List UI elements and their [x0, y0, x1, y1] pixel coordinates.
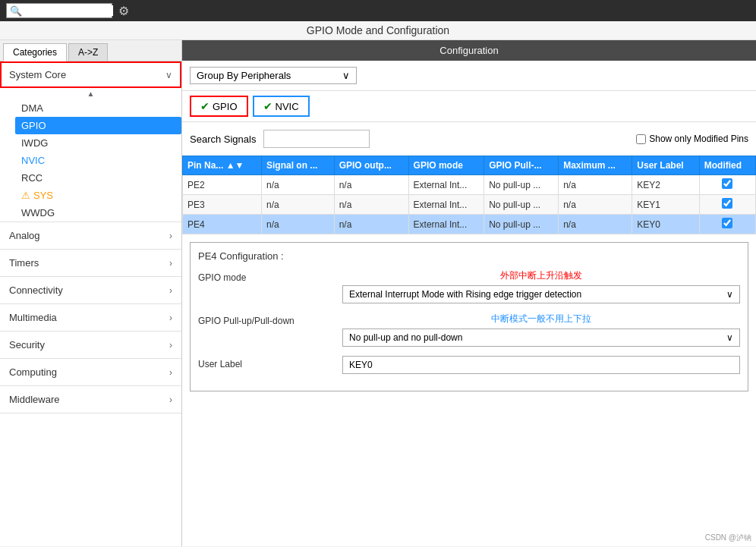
warning-icon: ⚠ — [21, 190, 30, 201]
sidebar-item-nvic[interactable]: NVIC — [15, 152, 181, 169]
modified-cell[interactable] — [699, 195, 755, 215]
modified-checkbox[interactable] — [722, 218, 732, 228]
top-bar: 🔍 ⚙ — [0, 0, 756, 21]
col-max[interactable]: Maximum ... — [559, 156, 632, 175]
dropdown-icon-mode: ∨ — [726, 289, 733, 300]
tab-nvic-label: NVIC — [276, 101, 299, 112]
search-signals-input[interactable] — [263, 130, 370, 148]
chevron-right-icon-connectivity: › — [169, 285, 172, 296]
group-label-multimedia: Multimedia — [9, 312, 57, 323]
sidebar-item-wwdg[interactable]: WWDG — [15, 204, 181, 222]
sidebar: Categories A->Z System Core ∨ ▲ DMA GPIO — [0, 40, 182, 546]
col-output[interactable]: GPIO outp... — [334, 156, 408, 175]
gpio-pull-row: GPIO Pull-up/Pull-down 中断模式一般不用上下拉 No pu… — [198, 313, 740, 347]
sidebar-item-sys[interactable]: ⚠ SYS — [15, 187, 181, 204]
search-signals-area: Search Signals Show only Modified Pins — [182, 122, 756, 156]
table-row[interactable]: PE3n/an/aExternal Int...No pull-up ...n/… — [183, 195, 756, 215]
group-computing: Computing › — [0, 359, 181, 386]
gpio-pull-value: No pull-up and no pull-down — [349, 332, 462, 343]
col-label[interactable]: User Label — [632, 156, 699, 175]
content-area: Configuration Group By Peripherals ∨ ✔ G… — [182, 40, 756, 546]
chevron-right-icon-timers: › — [169, 258, 172, 269]
page-title: GPIO Mode and Configuration — [0, 21, 756, 40]
gpio-mode-content: 外部中断上升沿触发 External Interrupt Mode with R… — [342, 269, 740, 303]
group-security: Security › — [0, 332, 181, 359]
sidebar-item-rcc[interactable]: RCC — [15, 169, 181, 187]
group-header-middleware[interactable]: Middleware › — [0, 386, 181, 413]
search-icon: 🔍 — [10, 5, 22, 17]
gpio-mode-select[interactable]: External Interrupt Mode with Rising edge… — [342, 285, 740, 303]
group-middleware: Middleware › — [0, 386, 181, 413]
group-header-multimedia[interactable]: Multimedia › — [0, 304, 181, 331]
tab-categories[interactable]: Categories — [3, 43, 67, 61]
search-input[interactable] — [22, 5, 113, 16]
content-header: Configuration — [182, 40, 756, 61]
modified-cell[interactable] — [699, 175, 755, 195]
col-modified[interactable]: Modified — [699, 156, 755, 175]
group-header-timers[interactable]: Timers › — [0, 250, 181, 276]
dropdown-icon: ∨ — [342, 70, 350, 81]
group-header-connectivity[interactable]: Connectivity › — [0, 277, 181, 303]
tab-atoz[interactable]: A->Z — [68, 43, 108, 61]
sidebar-item-dma[interactable]: DMA — [15, 99, 181, 117]
chevron-right-icon-security: › — [169, 340, 172, 351]
group-header-analog[interactable]: Analog › — [0, 222, 181, 249]
gear-button[interactable]: ⚙ — [118, 4, 129, 18]
gpio-label: GPIO — [21, 120, 46, 131]
config-toolbar: Group By Peripherals ∨ — [182, 61, 756, 91]
group-header-system-core[interactable]: System Core ∨ — [0, 61, 181, 88]
user-label-input[interactable] — [342, 356, 740, 374]
gpio-mode-value: External Interrupt Mode with Rising edge… — [349, 289, 581, 300]
modified-cell[interactable] — [699, 215, 755, 234]
group-by-select[interactable]: Group By Peripherals ∨ — [190, 67, 357, 84]
chevron-right-icon: › — [169, 231, 172, 241]
group-label-connectivity: Connectivity — [9, 285, 63, 296]
group-label-analog: Analog — [9, 230, 39, 241]
search-box[interactable]: 🔍 — [6, 3, 112, 18]
modified-checkbox[interactable] — [722, 198, 732, 209]
tab-nvic[interactable]: ✔ NVIC — [253, 96, 310, 117]
chevron-right-icon-middleware: › — [169, 395, 172, 405]
gpio-mode-label: GPIO mode — [198, 269, 335, 283]
group-label-timers: Timers — [9, 257, 39, 269]
wwdg-label: WWDG — [21, 207, 55, 218]
page-title-text: GPIO Mode and Configuration — [307, 24, 449, 36]
group-by-label: Group By Peripherals — [197, 70, 291, 81]
gpio-pull-select[interactable]: No pull-up and no pull-down ∨ — [342, 329, 740, 347]
sidebar-item-gpio[interactable]: GPIO — [15, 117, 181, 134]
show-modified-label: Show only Modified Pins — [649, 134, 748, 144]
group-multimedia: Multimedia › — [0, 304, 181, 332]
chevron-down-icon: ∨ — [165, 70, 172, 80]
sidebar-tabs: Categories A->Z — [0, 40, 181, 61]
group-label-computing: Computing — [9, 366, 57, 378]
search-signals-label: Search Signals — [190, 134, 256, 145]
col-pin-name[interactable]: Pin Na... ▲▼ — [183, 156, 262, 175]
tab-categories-label: Categories — [13, 47, 57, 58]
chevron-right-icon-computing: › — [169, 367, 172, 378]
col-mode[interactable]: GPIO mode — [408, 156, 484, 175]
gpio-mode-hint1: 外部中断上升沿触发 — [342, 269, 740, 282]
group-header-security[interactable]: Security › — [0, 332, 181, 358]
modified-checkbox[interactable] — [722, 178, 732, 189]
col-pull[interactable]: GPIO Pull-... — [484, 156, 559, 175]
check-icon-nvic: ✔ — [263, 100, 272, 112]
tab-gpio[interactable]: ✔ GPIO — [190, 96, 248, 117]
sidebar-item-iwdg[interactable]: IWDG — [15, 134, 181, 152]
table-row[interactable]: PE2n/an/aExternal Int...No pull-up ...n/… — [183, 175, 756, 195]
gpio-pull-content: 中断模式一般不用上下拉 No pull-up and no pull-down … — [342, 313, 740, 347]
chevron-right-icon-multimedia: › — [169, 313, 172, 323]
gpio-pull-hint: 中断模式一般不用上下拉 — [342, 313, 740, 325]
modified-checkbox-area: Show only Modified Pins — [636, 134, 748, 144]
dma-label: DMA — [21, 102, 43, 114]
col-signal[interactable]: Signal on ... — [262, 156, 335, 175]
gpio-table: Pin Na... ▲▼ Signal on ... GPIO outp... … — [182, 156, 756, 234]
iwdg-label: IWDG — [21, 137, 48, 149]
pe4-config-section: PE4 Configuration : GPIO mode 外部中断上升沿触发 … — [190, 242, 748, 391]
table-row[interactable]: PE4n/an/aExternal Int...No pull-up ...n/… — [183, 215, 756, 234]
sort-arrow: ▲ — [0, 88, 181, 99]
group-label-middleware: Middleware — [9, 394, 59, 405]
group-header-computing[interactable]: Computing › — [0, 359, 181, 385]
group-system-core: System Core ∨ ▲ DMA GPIO IWDG NVIC RCC — [0, 61, 181, 222]
show-modified-checkbox[interactable] — [636, 134, 646, 144]
tab-atoz-label: A->Z — [78, 47, 98, 58]
